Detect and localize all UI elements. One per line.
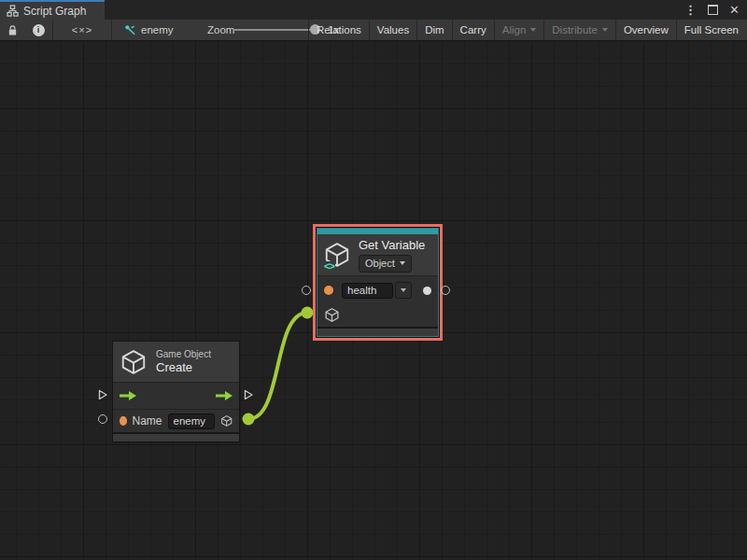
relations-button[interactable]: Relations	[308, 20, 369, 40]
connection-wire[interactable]	[248, 313, 307, 419]
distribute-button[interactable]: Distribute	[543, 20, 615, 40]
toolbar-divider	[111, 20, 112, 40]
flow-input-port-triangle[interactable]	[96, 388, 109, 401]
overview-button[interactable]: Overview	[615, 20, 676, 40]
zoom-slider-track[interactable]	[233, 29, 319, 31]
string-port-dot[interactable]	[120, 416, 127, 426]
button-label: Values	[377, 24, 409, 35]
create-output-port-connected[interactable]	[243, 413, 255, 426]
chevron-down-icon	[400, 261, 405, 265]
code-angle-brackets-icon: <>	[323, 261, 335, 272]
button-label: Distribute	[552, 24, 598, 35]
maximize-icon[interactable]	[708, 5, 718, 15]
name-parameter-row: Name	[113, 409, 239, 432]
chevron-down-icon	[602, 28, 608, 32]
node-header[interactable]: <> Get Variable Object	[317, 234, 438, 275]
node-title: Create	[156, 360, 211, 375]
toolbar-button-group: Relations Values Dim Carry Align Distrib…	[308, 20, 746, 40]
lock-icon	[7, 24, 18, 36]
name-input[interactable]	[168, 413, 215, 429]
node-game-object-create[interactable]: Game Object Create Name	[112, 341, 240, 442]
chevron-down-icon	[530, 28, 536, 32]
object-input-cube-icon[interactable]	[324, 307, 340, 323]
align-button[interactable]: Align	[494, 20, 544, 40]
chevron-down-icon	[401, 288, 406, 292]
node-title: Get Variable	[359, 238, 425, 253]
node-footer	[113, 432, 239, 441]
info-button[interactable]: i	[24, 20, 52, 40]
button-label: Full Screen	[684, 24, 739, 35]
node-header[interactable]: Game Object Create	[113, 342, 239, 382]
node-get-variable-selection[interactable]: <> Get Variable Object	[313, 224, 443, 341]
get-variable-input-port-connected[interactable]	[302, 307, 314, 319]
button-label: Carry	[460, 24, 486, 35]
scope-label: Object	[365, 258, 395, 269]
tab-title: Script Graph	[23, 5, 86, 18]
window-controls: ⋮ ✕	[684, 0, 740, 20]
node-get-variable[interactable]: <> Get Variable Object	[317, 228, 439, 337]
dim-button[interactable]: Dim	[416, 20, 451, 40]
carry-button[interactable]: Carry	[452, 20, 494, 40]
name-input-port-circle[interactable]	[98, 414, 107, 424]
graph-canvas[interactable]: Game Object Create Name	[0, 41, 747, 560]
name-input-port-circle[interactable]	[302, 286, 311, 295]
zoom-label: Zoom	[207, 20, 234, 40]
lock-button[interactable]	[0, 20, 24, 40]
name-label: Name	[133, 414, 162, 427]
tab-script-graph[interactable]: Script Graph	[0, 0, 105, 20]
flow-input-arrow-icon[interactable]	[118, 390, 138, 401]
value-output-port-circle[interactable]	[441, 286, 450, 295]
code-preview-button[interactable]: <×>	[53, 20, 111, 40]
node-footer	[317, 327, 438, 336]
script-graph-icon	[7, 5, 19, 17]
values-button[interactable]: Values	[369, 20, 416, 40]
button-label: Dim	[425, 24, 444, 35]
info-icon: i	[33, 24, 45, 36]
value-output-port-dot[interactable]	[423, 287, 431, 295]
flow-port-row	[113, 382, 239, 409]
flow-output-port-triangle[interactable]	[242, 388, 255, 401]
graph-asset-icon	[124, 24, 136, 36]
button-label: Align	[502, 24, 527, 35]
graph-toolbar: i <×> enemy Zoom 1x Relations Values Dim…	[0, 20, 747, 41]
object-input-row	[317, 304, 438, 325]
more-icon[interactable]: ⋮	[684, 3, 697, 17]
variable-picker-dropdown[interactable]	[395, 282, 412, 299]
window-titlebar: Script Graph ⋮ ✕	[0, 0, 747, 20]
full-screen-button[interactable]: Full Screen	[676, 20, 746, 40]
game-object-cube-icon	[120, 348, 148, 376]
close-icon[interactable]: ✕	[729, 3, 740, 17]
node-group-label: Game Object	[156, 348, 211, 360]
graph-name: enemy	[141, 24, 174, 35]
string-port-dot[interactable]	[324, 286, 333, 295]
variable-scope-dropdown[interactable]: Object	[359, 255, 412, 273]
button-label: Overview	[624, 24, 669, 35]
variable-icon-wrap: <>	[323, 241, 351, 269]
flow-output-arrow-icon[interactable]	[214, 390, 234, 401]
button-label: Relations	[317, 24, 361, 35]
graph-breadcrumb[interactable]: enemy	[124, 20, 174, 40]
game-object-output-cube-icon[interactable]	[220, 413, 233, 429]
variable-name-input[interactable]	[342, 283, 393, 299]
variable-name-row	[317, 275, 438, 304]
